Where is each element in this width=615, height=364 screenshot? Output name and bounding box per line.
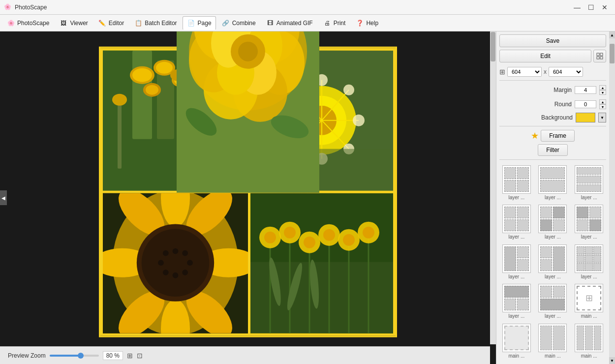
edit-button[interactable]: Edit bbox=[499, 50, 591, 62]
layout-thumb-14[interactable]: main ... bbox=[536, 324, 570, 361]
thumb-label-9: layer ... bbox=[581, 274, 597, 279]
layout-thumb-9[interactable]: layer ... bbox=[572, 244, 606, 282]
window-title: PhotoScape bbox=[15, 4, 571, 11]
scroll-down-arrow[interactable]: ▼ bbox=[609, 357, 615, 364]
main-layout: ◀ bbox=[0, 31, 615, 364]
thumb-label-6: layer ... bbox=[581, 234, 597, 240]
right-scroll-thumb[interactable] bbox=[610, 44, 615, 63]
separator-2 bbox=[499, 126, 606, 126]
photo-cell-center[interactable] bbox=[177, 31, 319, 193]
menu-bar: 🌸 PhotoScape 🖼 Viewer ✏️ Editor 📋 Batch … bbox=[0, 15, 615, 31]
scroll-thumb[interactable] bbox=[491, 32, 495, 61]
thumb-label-15: main ... bbox=[581, 353, 597, 359]
layout-thumb-8[interactable]: layer ... bbox=[536, 244, 570, 282]
filter-button[interactable]: Filter bbox=[538, 144, 568, 156]
layout-thumb-7[interactable]: layer ... bbox=[499, 244, 534, 282]
viewer-icon: 🖼 bbox=[59, 19, 68, 28]
photo-cell-3[interactable] bbox=[103, 193, 248, 334]
zoom-fit-icon[interactable]: ⊞ bbox=[127, 352, 133, 360]
menu-combine[interactable]: 🔗 Combine bbox=[217, 16, 260, 30]
svg-point-84 bbox=[158, 260, 164, 266]
photo-svg-5 bbox=[250, 193, 393, 334]
thumb-img-5 bbox=[538, 205, 567, 233]
background-color-button[interactable] bbox=[576, 113, 595, 122]
svg-point-108 bbox=[323, 229, 335, 241]
action-row: ★ Frame bbox=[499, 130, 606, 142]
window-controls: — ☐ ✕ bbox=[571, 2, 611, 12]
photo-svg-3 bbox=[103, 193, 248, 334]
thumb-img-4 bbox=[502, 205, 531, 233]
thumb-label-11: layer ... bbox=[545, 313, 561, 319]
svg-point-82 bbox=[173, 273, 179, 278]
layout-thumb-6[interactable]: layer ... bbox=[572, 205, 606, 242]
thumb-label-10: layer ... bbox=[508, 313, 524, 319]
layout-thumb-5[interactable]: layer ... bbox=[536, 205, 570, 242]
star-icon[interactable]: ★ bbox=[531, 130, 539, 141]
layout-thumb-10[interactable]: layer ... bbox=[499, 284, 534, 321]
round-down[interactable]: ▼ bbox=[599, 104, 606, 109]
svg-point-36 bbox=[343, 85, 354, 95]
thumb-img-13 bbox=[502, 324, 531, 352]
layout-thumb-11[interactable]: layer ... bbox=[536, 284, 570, 321]
svg-rect-117 bbox=[600, 53, 603, 56]
margin-input[interactable]: 4 bbox=[575, 86, 596, 94]
menu-photoscape[interactable]: 🌸 PhotoScape bbox=[2, 16, 54, 30]
grid-layout-button[interactable] bbox=[593, 50, 606, 62]
minimize-button[interactable]: — bbox=[571, 2, 584, 12]
animated-gif-icon: 🎞 bbox=[266, 19, 275, 28]
menu-animated-gif[interactable]: 🎞 Animated GIF bbox=[261, 16, 317, 30]
menu-help[interactable]: ❓ Help bbox=[351, 16, 383, 30]
menu-batch-editor[interactable]: 📋 Batch Editor bbox=[129, 16, 181, 30]
layout-thumbnails: layer ... layer ... bbox=[499, 165, 606, 361]
bottom-bar: Preview Zoom 80 % ⊞ ⊡ bbox=[0, 346, 490, 364]
height-select[interactable]: 604 bbox=[549, 67, 583, 77]
thumb-img-12: ⊞ bbox=[575, 284, 603, 312]
scroll-up-arrow[interactable]: ▲ bbox=[609, 31, 615, 38]
layout-thumb-2[interactable]: layer ... bbox=[536, 165, 570, 203]
maximize-button[interactable]: ☐ bbox=[584, 2, 597, 12]
canvas-area: ◀ bbox=[0, 31, 496, 364]
thumb-label-13: main ... bbox=[508, 353, 524, 359]
svg-point-76 bbox=[142, 229, 210, 297]
svg-point-106 bbox=[304, 237, 315, 248]
right-scrollbar[interactable]: ▲ ▼ bbox=[609, 31, 615, 364]
layout-thumb-13[interactable]: main ... bbox=[499, 324, 534, 361]
background-dropdown-button[interactable]: ▼ bbox=[598, 113, 606, 122]
menu-print[interactable]: 🖨 Print bbox=[318, 16, 350, 30]
svg-point-60 bbox=[238, 42, 258, 61]
svg-point-78 bbox=[173, 248, 179, 254]
round-up[interactable]: ▲ bbox=[599, 99, 606, 104]
zoom-thumb[interactable] bbox=[78, 353, 84, 359]
layout-thumb-4[interactable]: layer ... bbox=[499, 205, 534, 242]
menu-viewer[interactable]: 🖼 Viewer bbox=[55, 16, 92, 30]
thumb-img-8 bbox=[538, 244, 567, 273]
layout-thumb-1[interactable]: layer ... bbox=[499, 165, 534, 203]
thumb-label-5: layer ... bbox=[545, 234, 561, 240]
editor-icon: ✏️ bbox=[98, 19, 107, 28]
background-label: Background bbox=[499, 114, 573, 121]
frame-button[interactable]: Frame bbox=[541, 130, 575, 142]
layout-thumb-15[interactable]: main ... bbox=[572, 324, 606, 361]
margin-up[interactable]: ▲ bbox=[599, 85, 606, 90]
photo-cell-5[interactable] bbox=[250, 193, 393, 334]
margin-down[interactable]: ▼ bbox=[599, 90, 606, 95]
svg-rect-119 bbox=[600, 57, 603, 59]
thumb-label-3: layer ... bbox=[581, 195, 597, 200]
collapse-arrow[interactable]: ◀ bbox=[0, 190, 7, 205]
round-label: Round bbox=[499, 101, 572, 108]
svg-point-81 bbox=[182, 270, 188, 275]
zoom-actual-icon[interactable]: ⊡ bbox=[137, 352, 143, 360]
save-button[interactable]: Save bbox=[499, 34, 606, 47]
close-button[interactable]: ✕ bbox=[598, 2, 611, 12]
svg-point-16 bbox=[112, 94, 127, 106]
menu-page[interactable]: 📄 Page bbox=[183, 16, 216, 30]
menu-editor[interactable]: ✏️ Editor bbox=[93, 16, 128, 30]
zoom-slider[interactable] bbox=[50, 355, 99, 357]
combine-icon: 🔗 bbox=[221, 19, 230, 28]
batch-editor-icon: 📋 bbox=[134, 19, 143, 28]
layout-thumb-3[interactable]: layer ... bbox=[572, 165, 606, 203]
layout-thumb-12[interactable]: ⊞ main ... bbox=[572, 284, 606, 321]
width-select[interactable]: 604 bbox=[507, 67, 542, 77]
vertical-scrollbar[interactable] bbox=[490, 31, 496, 344]
round-input[interactable]: 0 bbox=[575, 100, 596, 108]
